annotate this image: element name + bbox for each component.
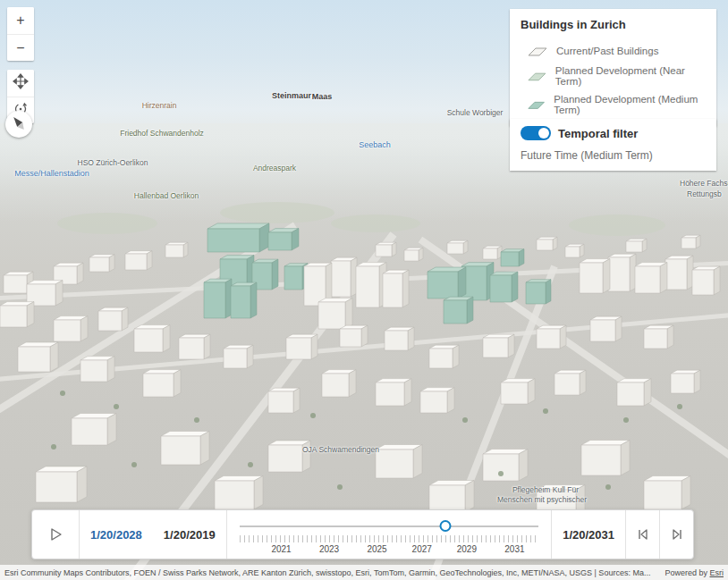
step-back-icon	[635, 526, 651, 542]
step-forward-button[interactable]	[660, 510, 693, 559]
app-window: HirzenrainSteinmaurMaasSchule WorbigerFr…	[0, 0, 728, 580]
attribution-bar: Esri Community Maps Contributors, FOEN /…	[0, 565, 728, 580]
temporal-filter-toggle[interactable]	[521, 126, 551, 140]
attribution-text: Esri Community Maps Contributors, FOEN /…	[4, 568, 657, 577]
map-label: Pflegeheim Kull Für	[512, 485, 579, 494]
start-date: 1/20/2019	[153, 510, 226, 559]
pan-icon	[13, 73, 29, 89]
zoom-out-button[interactable]: −	[7, 34, 34, 61]
map-label: Seebach	[359, 140, 391, 149]
current-date: 1/20/2028	[80, 510, 153, 559]
divider	[226, 510, 227, 559]
map-label: Rettungsb	[687, 189, 722, 198]
timeline-year-label: 2027	[412, 544, 432, 554]
pan-button[interactable]	[7, 70, 34, 97]
play-button[interactable]	[32, 510, 79, 559]
step-back-button[interactable]	[626, 510, 659, 559]
map-label: Schule Worbiger	[447, 108, 504, 117]
powered-by-label: Powered by	[665, 568, 707, 577]
legend-item-label: Planned Development (Near Term)	[555, 65, 706, 87]
step-forward-icon	[669, 526, 685, 542]
toggle-knob-icon	[538, 128, 549, 139]
timeline-year-label: 2023	[319, 544, 339, 554]
timeline-year-label: 2029	[457, 544, 477, 554]
map-label: Steinmaur	[272, 91, 311, 100]
zoom-in-button[interactable]: +	[7, 7, 34, 34]
zoom-group: + −	[7, 7, 34, 61]
timeline-ruler	[240, 535, 538, 542]
map-label: Hallenbad Oerlikon	[134, 191, 199, 200]
powered-by: Powered by Esri	[665, 568, 724, 577]
map-label: Messe/Hallenstadion	[14, 169, 89, 178]
end-date: 1/20/2031	[552, 510, 625, 559]
time-slider-thumb[interactable]	[440, 520, 452, 532]
time-slider-track[interactable]	[240, 525, 538, 527]
compass-button[interactable]	[5, 111, 32, 138]
time-slider-bar: 1/20/2028 1/20/2019 20212023202520272029…	[31, 509, 694, 559]
temporal-filter-panel: Temporal filter Future Time (Medium Term…	[510, 119, 716, 171]
compass-needle-icon	[9, 113, 29, 133]
map-label: Höhere Fachsch	[680, 179, 728, 188]
play-icon	[47, 525, 64, 543]
map-label: Menschen mit psychischer	[497, 495, 587, 504]
legend-item-label: Current/Past Buildings	[556, 46, 658, 56]
building-symbol-icon	[528, 69, 546, 83]
esri-link[interactable]: Esri	[710, 568, 724, 577]
legend-items: Current/Past BuildingsPlanned Developmen…	[521, 40, 706, 119]
legend-item: Current/Past Buildings	[521, 40, 706, 62]
timeline-year-label: 2025	[367, 544, 386, 554]
map-label: Friedhof Schwandenholz	[120, 129, 204, 138]
map-label: HSO Zürich-Oerlikon	[78, 158, 148, 167]
temporal-filter-row: Temporal filter	[521, 126, 706, 140]
legend-item-label: Planned Development (Medium Term)	[554, 94, 706, 115]
legend-title: Buildings in Zurich	[521, 18, 706, 31]
legend-item: Planned Development (Medium Term)	[521, 90, 706, 119]
map-label: Andreaspark	[253, 164, 296, 172]
nav-controls: + −	[7, 7, 34, 132]
map-label: Hirzenrain	[142, 101, 177, 110]
timeline-year-label: 2021	[271, 544, 291, 554]
map-label: Maas	[312, 92, 333, 101]
legend-panel: Buildings in Zurich Current/Past Buildin…	[510, 9, 716, 126]
map-label: OJA Schwamendingen	[302, 445, 379, 454]
timeline-year-label: 2031	[504, 544, 524, 554]
temporal-filter-label: Temporal filter	[558, 127, 638, 140]
legend-item: Planned Development (Near Term)	[521, 62, 706, 90]
temporal-filter-state: Future Time (Medium Term)	[521, 149, 706, 162]
building-symbol-icon	[528, 97, 545, 112]
building-symbol-icon	[528, 44, 547, 58]
timeline-years: 202120232025202720292031	[240, 544, 538, 555]
time-slider-zone: 202120232025202720292031	[240, 510, 538, 559]
